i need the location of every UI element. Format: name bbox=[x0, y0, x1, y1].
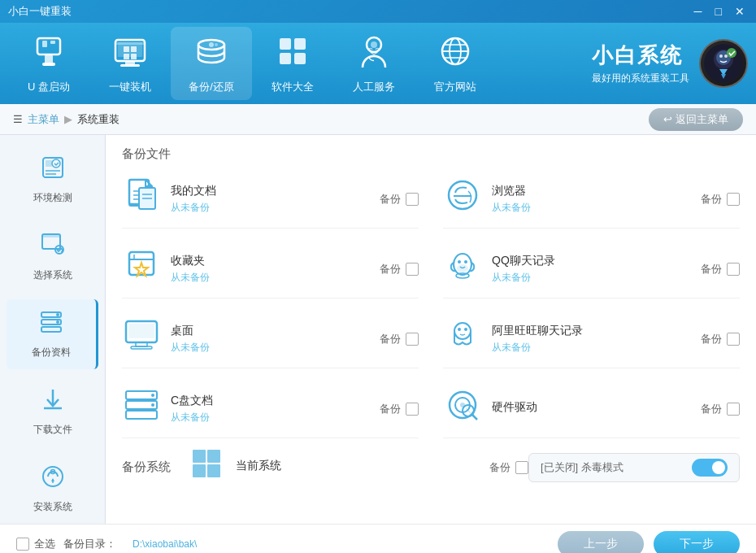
svg-rect-9 bbox=[120, 64, 140, 67]
nav-item-usb[interactable]: U 盘启动 bbox=[8, 27, 89, 100]
nav-label-software: 软件大全 bbox=[272, 80, 314, 94]
nav-item-reinstall[interactable]: 一键装机 bbox=[89, 27, 171, 100]
sidebar: 环境检测 选择系统 bbox=[0, 135, 106, 524]
svg-rect-44 bbox=[41, 327, 61, 332]
qq-name: QQ聊天记录 bbox=[492, 254, 691, 268]
sidebar-item-install[interactable]: 安装系统 bbox=[7, 454, 98, 524]
system-backup-checkbox[interactable] bbox=[515, 461, 528, 474]
desktop-info: 桌面 从未备份 bbox=[171, 324, 370, 355]
svg-rect-84 bbox=[193, 450, 206, 463]
nav-item-software[interactable]: 软件大全 bbox=[252, 27, 333, 100]
documents-name: 我的文档 bbox=[171, 184, 370, 198]
documents-check: 备份 bbox=[380, 192, 419, 207]
documents-icon bbox=[122, 176, 161, 221]
breadcrumb: ☰ 主菜单 ▶ 系统重装 ↩ 返回主菜单 bbox=[0, 104, 756, 135]
svg-marker-60 bbox=[135, 263, 148, 276]
desktop-icon bbox=[122, 316, 161, 361]
prev-button[interactable]: 上一步 bbox=[558, 531, 644, 553]
footer: 全选 备份目录： D:\xiaobai\bak\ 上一步 下一步 bbox=[0, 524, 756, 553]
documents-checkbox[interactable] bbox=[406, 193, 419, 206]
svg-point-33 bbox=[727, 48, 736, 58]
favorites-check: 备份 bbox=[380, 262, 419, 276]
wangwang-icon bbox=[443, 316, 482, 361]
next-button[interactable]: 下一步 bbox=[654, 531, 740, 553]
hardware-checkbox[interactable] bbox=[727, 403, 740, 416]
hardware-icon bbox=[443, 386, 482, 431]
service-icon bbox=[356, 33, 392, 76]
sidebar-item-select[interactable]: 选择系统 bbox=[7, 222, 98, 292]
cdisk-info: C盘文档 从未备份 bbox=[171, 394, 370, 425]
wangwang-checkbox[interactable] bbox=[727, 333, 740, 346]
nav-item-website[interactable]: 官方网站 bbox=[415, 27, 496, 100]
main-area: 环境检测 选择系统 bbox=[0, 135, 756, 524]
svg-rect-19 bbox=[280, 53, 291, 64]
content-area: 备份文件 bbox=[106, 135, 756, 524]
brand: 小白系统 最好用的系统重装工具 bbox=[592, 39, 748, 88]
documents-status: 从未备份 bbox=[171, 201, 370, 215]
backup-dir-path[interactable]: D:\xiaobai\bak\ bbox=[133, 538, 197, 550]
nav-label-service: 人工服务 bbox=[353, 80, 395, 94]
svg-point-45 bbox=[56, 313, 59, 316]
select-all-checkbox[interactable] bbox=[16, 538, 29, 551]
maximize-btn[interactable]: □ bbox=[712, 5, 725, 18]
brand-subtitle: 最好用的系统重装工具 bbox=[592, 72, 689, 85]
hardware-backup-label: 备份 bbox=[701, 402, 722, 416]
cdisk-checkbox[interactable] bbox=[406, 403, 419, 416]
antivirus-label: [已关闭] 杀毒模式 bbox=[541, 460, 623, 475]
software-icon bbox=[275, 33, 311, 76]
nav-item-service[interactable]: 人工服务 bbox=[333, 27, 415, 100]
svg-point-72 bbox=[464, 328, 467, 331]
svg-rect-75 bbox=[126, 411, 157, 419]
wangwang-status: 从未备份 bbox=[492, 341, 691, 355]
browser-status: 从未备份 bbox=[492, 201, 691, 215]
list-item: 桌面 从未备份 备份 bbox=[122, 310, 419, 368]
list-item: 阿里旺旺聊天记录 从未备份 备份 bbox=[443, 310, 740, 368]
minimize-btn[interactable]: ─ bbox=[691, 5, 706, 18]
breadcrumb-icon: ☰ bbox=[13, 113, 23, 125]
desktop-name: 桌面 bbox=[171, 324, 370, 338]
svg-point-16 bbox=[215, 43, 218, 46]
svg-point-15 bbox=[209, 42, 214, 47]
select-icon bbox=[40, 232, 66, 263]
svg-rect-87 bbox=[207, 464, 220, 477]
documents-info: 我的文档 从未备份 bbox=[171, 184, 370, 215]
nav-item-backup[interactable]: 备份/还原 bbox=[171, 27, 252, 100]
usb-icon bbox=[31, 33, 67, 76]
desktop-checkbox[interactable] bbox=[406, 333, 419, 346]
list-item: 我的文档 从未备份 备份 bbox=[122, 170, 419, 229]
cdisk-icon bbox=[122, 386, 161, 431]
svg-point-77 bbox=[151, 403, 154, 407]
svg-point-38 bbox=[52, 159, 60, 168]
close-btn[interactable]: ✕ bbox=[732, 5, 748, 18]
backup-dir-label: 备份目录： bbox=[63, 537, 116, 551]
browser-checkbox[interactable] bbox=[727, 193, 740, 206]
breadcrumb-home[interactable]: 主菜单 bbox=[28, 112, 59, 127]
svg-rect-4 bbox=[42, 63, 55, 66]
back-button[interactable]: ↩ 返回主菜单 bbox=[649, 108, 743, 131]
sidebar-item-env[interactable]: 环境检测 bbox=[7, 145, 98, 215]
svg-rect-86 bbox=[193, 464, 206, 477]
wangwang-backup-label: 备份 bbox=[701, 332, 722, 346]
svg-rect-17 bbox=[280, 38, 291, 50]
svg-rect-18 bbox=[294, 38, 306, 50]
desktop-check: 备份 bbox=[380, 332, 419, 346]
browser-icon bbox=[443, 176, 482, 221]
favorites-checkbox[interactable] bbox=[406, 263, 419, 276]
cdisk-name: C盘文档 bbox=[171, 394, 370, 408]
app-title: 小白一键重装 bbox=[8, 4, 72, 19]
back-label: 返回主菜单 bbox=[676, 112, 728, 127]
nav-label-usb: U 盘启动 bbox=[28, 80, 70, 94]
windows-icon bbox=[187, 446, 226, 488]
sidebar-item-download[interactable]: 下载文件 bbox=[7, 377, 98, 446]
windows-sys-info: 当前系统 bbox=[236, 459, 480, 476]
qq-checkbox[interactable] bbox=[727, 263, 740, 276]
svg-rect-67 bbox=[128, 324, 154, 338]
svg-rect-13 bbox=[131, 54, 137, 59]
list-item: 硬件驱动 备份 bbox=[443, 380, 740, 438]
svg-rect-69 bbox=[131, 346, 152, 349]
sidebar-item-data[interactable]: 备份资料 bbox=[7, 299, 98, 369]
download-icon bbox=[40, 386, 66, 418]
nav-items: U 盘启动 一键装机 bbox=[8, 27, 592, 100]
antivirus-toggle[interactable] bbox=[692, 459, 728, 477]
favorites-backup-label: 备份 bbox=[380, 262, 401, 276]
